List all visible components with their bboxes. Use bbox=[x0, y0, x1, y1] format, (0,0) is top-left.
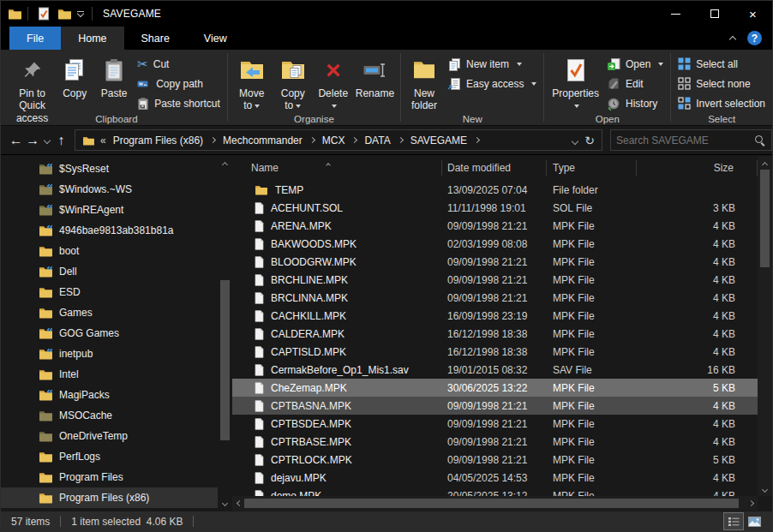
qat-customize-button[interactable] bbox=[75, 3, 87, 24]
breadcrumb-overflow-icon[interactable]: « bbox=[100, 134, 106, 146]
sidebar-item[interactable]: Program Files (x86) bbox=[1, 487, 218, 508]
file-row[interactable]: TEMP13/09/2025 07:04File folder bbox=[232, 181, 758, 199]
paste-button[interactable]: Paste bbox=[94, 52, 134, 102]
file-row[interactable]: CPTBASNA.MPK09/09/1998 21:21MPK File4 KB bbox=[232, 397, 758, 415]
paste-shortcut-button[interactable]: Paste shortcut bbox=[134, 93, 224, 113]
column-header-type[interactable]: Type bbox=[547, 156, 637, 180]
qat-new-folder-button[interactable] bbox=[54, 3, 75, 24]
file-row[interactable]: CermakBefore_Op1_Mis1.sav19/01/2015 08:3… bbox=[232, 361, 758, 379]
close-button[interactable]: × bbox=[734, 1, 772, 27]
sidebar-item[interactable]: Intel bbox=[1, 364, 218, 385]
sidebar-scrollbar-thumb[interactable] bbox=[220, 280, 230, 440]
file-row[interactable]: BRCHLINE.MPK09/09/1998 21:21MPK File4 KB bbox=[232, 271, 758, 289]
file-row[interactable]: CALDERA.MPK16/12/1998 18:38MPK File4 KB bbox=[232, 325, 758, 343]
sidebar-item[interactable]: MSOCache bbox=[1, 405, 218, 426]
delete-button[interactable]: × Delete bbox=[314, 52, 353, 115]
new-item-button[interactable]: New item bbox=[444, 54, 540, 74]
breadcrumb-chevron-icon[interactable] bbox=[351, 137, 357, 143]
sidebar-scroll-down-icon[interactable] bbox=[218, 496, 232, 510]
sidebar-item[interactable]: 4946bae9813ab381b81a bbox=[1, 220, 218, 241]
help-icon[interactable]: ? bbox=[747, 31, 762, 45]
invert-selection-button[interactable]: Invert selection bbox=[674, 93, 769, 113]
cut-button[interactable]: ✂ Cut bbox=[134, 54, 224, 74]
new-folder-button[interactable]: New folder bbox=[404, 52, 444, 115]
open-button[interactable]: Open bbox=[603, 54, 667, 74]
tab-home[interactable]: Home bbox=[61, 27, 123, 50]
sidebar-item[interactable]: inetpub bbox=[1, 344, 218, 364]
breadcrumb-chevron-icon[interactable] bbox=[210, 137, 216, 143]
breadcrumb-item[interactable]: MCX bbox=[317, 134, 351, 146]
file-row[interactable]: CPTRBASE.MPK09/09/1998 21:21MPK File4 KB bbox=[232, 433, 758, 451]
sidebar-item[interactable]: $Windows.~WS bbox=[1, 179, 218, 200]
details-view-button[interactable] bbox=[724, 513, 743, 529]
file-row[interactable]: ACEHUNT.SOL11/11/1998 19:01SOL File3 KB bbox=[232, 199, 758, 217]
scroll-right-icon[interactable] bbox=[744, 496, 758, 511]
breadcrumb-chevron-icon[interactable] bbox=[474, 137, 480, 143]
breadcrumb-chevron-icon[interactable] bbox=[309, 137, 315, 143]
forward-button[interactable]: → bbox=[25, 129, 42, 152]
sidebar-item[interactable]: OneDriveTemp bbox=[1, 426, 218, 446]
column-header-date-modified[interactable]: Date modified bbox=[442, 156, 547, 180]
breadcrumb-chevron-icon[interactable] bbox=[398, 137, 404, 143]
file-row[interactable]: BLOODGRW.MPK09/09/1998 21:21MPK File4 KB bbox=[232, 253, 758, 271]
collapse-ribbon-icon[interactable] bbox=[730, 33, 735, 45]
thumbnails-view-button[interactable] bbox=[745, 513, 764, 529]
search-icon[interactable] bbox=[754, 134, 766, 146]
move-to-button[interactable]: Move to bbox=[231, 52, 273, 115]
tab-share[interactable]: Share bbox=[124, 27, 187, 50]
copy-path-button[interactable]: Copy path bbox=[134, 74, 224, 93]
select-none-button[interactable]: Select none bbox=[674, 74, 769, 93]
column-header-size[interactable]: Size bbox=[637, 156, 758, 180]
breadcrumb-item[interactable]: Program Files (x86) bbox=[108, 134, 208, 146]
sidebar-item[interactable]: GOG Games bbox=[1, 323, 218, 344]
minimize-button[interactable] bbox=[656, 1, 695, 27]
file-row[interactable]: dejavu.MPK04/05/2025 14:53MPK File4 KB bbox=[232, 469, 758, 487]
sidebar-item[interactable]: Program Files bbox=[1, 467, 218, 487]
sidebar-item[interactable]: $SysReset bbox=[1, 158, 218, 179]
file-row[interactable]: CPTBSDEA.MPK09/09/1998 21:21MPK File4 KB bbox=[232, 415, 758, 433]
tab-view[interactable]: View bbox=[187, 27, 244, 50]
horizontal-scrollbar-thumb[interactable] bbox=[244, 499, 739, 508]
qat-properties-button[interactable] bbox=[33, 3, 54, 24]
file-row[interactable]: CPTRLOCK.MPK09/09/1998 21:21MPK File5 KB bbox=[232, 451, 758, 469]
recent-locations-button[interactable] bbox=[41, 129, 53, 152]
sidebar-item[interactable]: Dell bbox=[1, 261, 218, 282]
file-row[interactable]: ARENA.MPK09/09/1998 21:21MPK File4 KB bbox=[232, 217, 758, 235]
breadcrumb-item[interactable]: DATA bbox=[359, 134, 395, 146]
sidebar-item[interactable]: PerfLogs bbox=[1, 446, 218, 467]
select-all-button[interactable]: Select all bbox=[674, 54, 769, 74]
history-button[interactable]: History bbox=[603, 93, 667, 113]
address-dropdown-icon[interactable] bbox=[572, 134, 578, 146]
rename-button[interactable]: Rename bbox=[353, 52, 397, 102]
copy-to-button[interactable]: Copy to bbox=[273, 52, 314, 115]
address-bar[interactable]: « Program Files (x86)MechcommanderMCXDAT… bbox=[75, 129, 602, 151]
file-list-scrollbar[interactable] bbox=[758, 156, 772, 498]
edit-button[interactable]: Edit bbox=[603, 74, 667, 93]
back-button[interactable]: ← bbox=[8, 129, 25, 152]
file-row[interactable]: CAPTISLD.MPK16/12/1998 18:38MPK File4 KB bbox=[232, 343, 758, 361]
file-row[interactable]: BRCLINNA.MPK09/09/1998 21:21MPK File4 KB bbox=[232, 289, 758, 307]
file-list-scrollbar-thumb[interactable] bbox=[760, 170, 770, 267]
sidebar-item[interactable]: ESD bbox=[1, 282, 218, 302]
file-row[interactable]: CACHKILL.MPK16/09/1998 23:19MPK File4 KB bbox=[232, 307, 758, 325]
maximize-button[interactable] bbox=[695, 1, 734, 27]
breadcrumb-item[interactable]: SAVEGAME bbox=[405, 134, 472, 146]
easy-access-button[interactable]: Easy access bbox=[444, 74, 540, 93]
column-header-name[interactable]: Name bbox=[232, 156, 442, 180]
search-box[interactable] bbox=[610, 129, 772, 151]
properties-button[interactable]: Properties bbox=[548, 52, 603, 115]
sidebar-scrollbar[interactable] bbox=[218, 156, 232, 511]
sidebar-item[interactable]: MagiPacks bbox=[1, 385, 218, 405]
search-input[interactable] bbox=[611, 134, 754, 146]
sidebar-item[interactable]: boot bbox=[1, 241, 218, 261]
sidebar-item[interactable]: $WinREAgent bbox=[1, 200, 218, 220]
sidebar-item[interactable]: Games bbox=[1, 302, 218, 323]
file-row[interactable]: BAKWOODS.MPK02/03/1999 08:08MPK File4 KB bbox=[232, 235, 758, 253]
copy-button[interactable]: Copy bbox=[55, 52, 94, 102]
file-row[interactable]: CheZemap.MPK30/06/2025 13:22MPK File5 KB bbox=[232, 379, 758, 397]
up-button[interactable]: ↑ bbox=[53, 129, 70, 152]
refresh-icon[interactable]: ↻ bbox=[584, 134, 595, 147]
tab-file[interactable]: File bbox=[9, 27, 61, 50]
breadcrumb-item[interactable]: Mechcommander bbox=[218, 134, 308, 146]
scroll-down-icon[interactable] bbox=[758, 482, 772, 496]
